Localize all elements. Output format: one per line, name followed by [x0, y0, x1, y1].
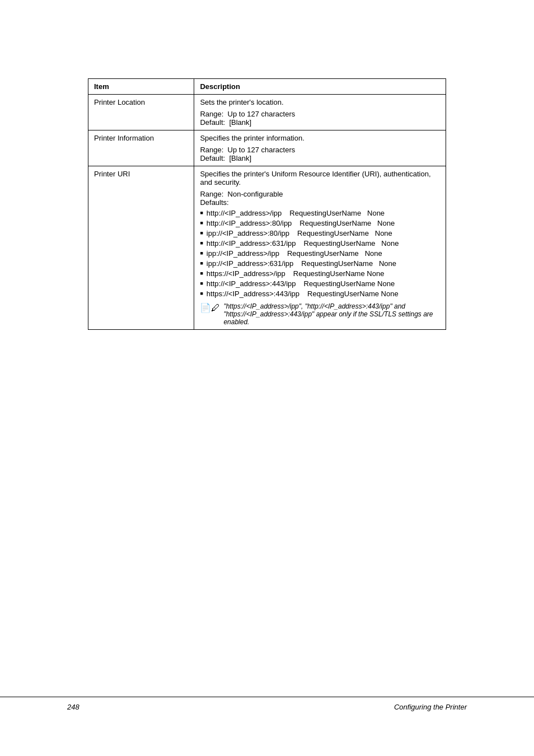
bullet-url: ipp://<IP_address>:631/ipp	[207, 259, 293, 268]
default-value: [Blank]	[229, 154, 251, 162]
note-box: 📄🖊 "https://<IP_address>/ipp", "http://<…	[200, 302, 440, 326]
bullet-url: https://<IP_address>:443/ipp	[207, 290, 299, 298]
range-label: Range:	[200, 146, 223, 154]
row-item-printer-location: Printer Location	[88, 95, 194, 130]
description-main: Sets the printer's location.	[200, 98, 440, 106]
range-value: Non-configurable	[228, 190, 283, 198]
default-label: Default:	[200, 118, 225, 127]
header-item: Item	[88, 79, 194, 95]
list-item: https://<IP_address>/ipp RequestingUserN…	[200, 269, 440, 278]
list-item: http://<IP_address>/ipp RequestingUserNa…	[200, 209, 440, 217]
list-item: https://<IP_address>:443/ipp RequestingU…	[200, 290, 440, 298]
list-item: ipp://<IP_address>:80/ipp RequestingUser…	[200, 229, 440, 237]
default-value: [Blank]	[229, 118, 251, 127]
bullet-url: ipp://<IP_address>/ipp	[207, 249, 279, 258]
page-footer: 248 Configuring the Printer	[0, 697, 534, 711]
row-desc-printer-location: Sets the printer's location. Range: Up t…	[194, 95, 446, 130]
bullet-auth: RequestingUserName None	[304, 279, 395, 288]
table-row: Printer Information Specifies the printe…	[88, 130, 446, 166]
header-description: Description	[194, 79, 446, 95]
bullet-auth: RequestingUserName None	[304, 239, 399, 248]
bullet-url: https://<IP_address>/ipp	[207, 269, 285, 278]
range-line: Range: Up to 127 characters Default: [Bl…	[200, 110, 440, 127]
list-item: http://<IP_address>:631/ipp RequestingUs…	[200, 239, 440, 248]
main-table-wrapper: Item Description Printer Location Sets t…	[88, 78, 446, 330]
bullet-auth: RequestingUserName None	[301, 259, 396, 268]
bullet-auth: RequestingUserName None	[293, 269, 385, 278]
row-item-printer-uri: Printer URI	[88, 166, 194, 330]
bullet-url: http://<IP_address>:80/ipp	[207, 219, 292, 227]
bullet-url: http://<IP_address>:631/ipp	[207, 239, 296, 248]
footer-title: Configuring the Printer	[394, 703, 467, 711]
note-icon: 📄🖊	[200, 302, 220, 313]
range-label: Range:	[200, 110, 223, 118]
uri-bullet-list: http://<IP_address>/ipp RequestingUserNa…	[200, 209, 440, 298]
range-label: Range:	[200, 190, 223, 198]
description-main: Specifies the printer's Uniform Resource…	[200, 170, 440, 186]
list-item: ipp://<IP_address>/ipp RequestingUserNam…	[200, 249, 440, 258]
table-row: Printer Location Sets the printer's loca…	[88, 95, 446, 130]
row-item-printer-information: Printer Information	[88, 130, 194, 166]
range-value: Up to 127 characters	[228, 146, 296, 154]
range-value: Up to 127 characters	[228, 110, 296, 118]
bullet-auth: RequestingUserName None	[289, 209, 385, 217]
list-item: ipp://<IP_address>:631/ipp RequestingUse…	[200, 259, 440, 268]
row-desc-printer-uri: Specifies the printer's Uniform Resource…	[194, 166, 446, 330]
range-line: Range: Up to 127 characters Default: [Bl…	[200, 146, 440, 162]
list-item: http://<IP_address>:443/ipp RequestingUs…	[200, 279, 440, 288]
default-label: Default:	[200, 154, 225, 162]
bullet-auth: RequestingUserName None	[287, 249, 382, 258]
settings-table: Item Description Printer Location Sets t…	[88, 78, 446, 330]
bullet-auth: RequestingUserName None	[307, 290, 399, 298]
bullet-auth: RequestingUserName None	[297, 229, 392, 237]
table-row: Printer URI Specifies the printer's Unif…	[88, 166, 446, 330]
description-main: Specifies the printer information.	[200, 134, 440, 142]
list-item: http://<IP_address>:80/ipp RequestingUse…	[200, 219, 440, 227]
bullet-auth: RequestingUserName None	[299, 219, 395, 227]
row-desc-printer-information: Specifies the printer information. Range…	[194, 130, 446, 166]
bullet-url: http://<IP_address>/ipp	[207, 209, 282, 217]
bullet-url: ipp://<IP_address>:80/ipp	[207, 229, 289, 237]
range-line: Range: Non-configurable Defaults:	[200, 190, 440, 207]
page-number: 248	[67, 703, 79, 711]
note-text: "https://<IP_address>/ipp", "http://<IP_…	[223, 302, 440, 326]
bullet-url: http://<IP_address>:443/ipp	[207, 279, 296, 288]
defaults-label: Defaults:	[200, 198, 228, 207]
